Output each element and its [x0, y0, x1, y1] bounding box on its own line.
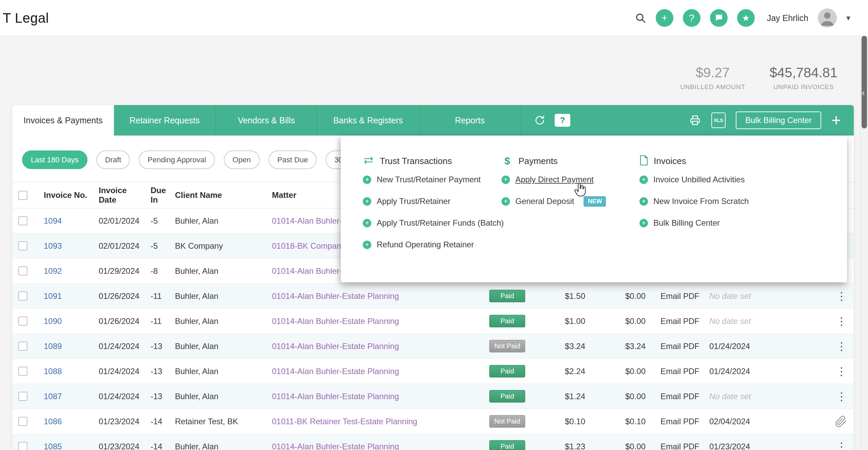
vertical-scrollbar-track[interactable]: ‹ — [860, 36, 868, 450]
invoice-number-link[interactable]: 1086 — [44, 417, 62, 426]
matter-link[interactable]: 01014-Alan Buhler-Estate Planning — [272, 342, 399, 351]
invoice-date-cell: 01/29/2024 — [99, 266, 151, 276]
row-checkbox[interactable] — [18, 216, 27, 225]
row-menu-kebab-icon[interactable]: ⋮ — [836, 316, 847, 327]
balance-due-cell: $0.10 — [585, 417, 646, 426]
user-avatar[interactable] — [818, 8, 837, 27]
row-checkbox[interactable] — [18, 316, 27, 326]
matter-link[interactable]: 01014-Alan Buhler-Estate Planning — [272, 367, 399, 376]
invoice-date-cell: 01/24/2024 — [99, 367, 151, 376]
matter-link[interactable]: 01014-Alan Buhler-Estate Planning — [272, 392, 399, 401]
due-in-cell: -14 — [151, 417, 175, 426]
row-checkbox[interactable] — [18, 266, 27, 275]
row-checkbox[interactable] — [18, 241, 27, 250]
tab-bar-tools-left: ? — [534, 105, 570, 136]
invoice-number-link[interactable]: 1087 — [44, 392, 62, 401]
menu-item-apply-trust-retainer-funds-batch[interactable]: + Apply Trust/Retainer Funds (Batch) — [363, 212, 504, 234]
top-actions: + ? ★ Jay Ehrlich ▾ — [635, 0, 850, 36]
matter-link[interactable]: 01014-Alan Buhler-Estate Planning — [272, 291, 399, 301]
filter-chip-past-due[interactable]: Past Due — [269, 150, 317, 169]
tab-invoices-payments[interactable]: Invoices & Payments — [12, 105, 114, 136]
bulk-billing-center-button[interactable]: Bulk Billing Center — [736, 111, 821, 129]
invoice-number-link[interactable]: 1089 — [44, 342, 62, 351]
row-checkbox[interactable] — [18, 367, 27, 376]
help-icon[interactable]: ? — [683, 9, 701, 27]
row-checkbox[interactable] — [18, 417, 27, 426]
filter-chip-last-180-days[interactable]: Last 180 Days — [22, 150, 87, 169]
client-name-cell: Retainer Test, BK — [175, 417, 272, 426]
print-icon[interactable] — [689, 115, 701, 126]
attachment-paperclip-icon[interactable] — [835, 415, 847, 428]
row-menu-kebab-icon[interactable]: ⋮ — [836, 366, 847, 377]
invoice-number-link[interactable]: 1092 — [44, 266, 62, 275]
chat-icon[interactable] — [710, 9, 728, 27]
invoice-number-link[interactable]: 1085 — [44, 442, 62, 450]
header-due-in[interactable]: Due In — [151, 186, 175, 204]
row-menu-kebab-icon[interactable]: ⋮ — [836, 441, 847, 450]
header-invoice-no[interactable]: Invoice No. — [44, 190, 99, 200]
invoice-number-link[interactable]: 1091 — [44, 291, 62, 301]
new-item-plus-icon[interactable]: + — [831, 112, 841, 128]
transfer-arrows-icon — [363, 156, 374, 166]
menu-item-apply-trust-retainer[interactable]: + Apply Trust/Retainer — [363, 190, 504, 212]
user-menu-caret-icon[interactable]: ▾ — [846, 13, 850, 23]
plus-circle-icon: + — [363, 197, 371, 206]
menu-item-new-trust-retainer-payment[interactable]: + New Trust/Retainer Payment — [363, 169, 504, 190]
invoice-number-link[interactable]: 1088 — [44, 367, 62, 376]
row-checkbox[interactable] — [18, 442, 27, 450]
header-client-name[interactable]: Client Name — [175, 190, 272, 200]
quick-add-menu-panel: Trust Transactions + New Trust/Retainer … — [341, 136, 847, 282]
matter-link[interactable]: 01014-Alan Buhler-Estate Planning — [272, 442, 399, 450]
tab-retainer-requests[interactable]: Retainer Requests — [114, 105, 216, 136]
balance-due-cell: $3.24 — [585, 342, 646, 351]
tab-reports[interactable]: Reports — [419, 105, 521, 136]
collapse-panel-chevron-icon[interactable]: ‹ — [862, 87, 865, 98]
row-menu-kebab-icon[interactable]: ⋮ — [836, 391, 847, 402]
plus-circle-icon: + — [363, 176, 371, 184]
invoice-amount-cell: $1.24 — [531, 392, 585, 401]
row-menu-kebab-icon[interactable]: ⋮ — [836, 341, 847, 352]
tab-vendors-bills[interactable]: Vendors & Bills — [216, 105, 317, 136]
row-checkbox[interactable] — [18, 342, 27, 351]
invoice-amount-cell: $3.24 — [531, 342, 585, 351]
invoice-number-link[interactable]: 1090 — [44, 316, 62, 326]
search-icon[interactable] — [635, 12, 646, 24]
matter-link[interactable]: 01011-BK Retainer Test-Estate Planning — [272, 417, 417, 426]
due-date-cell: No date set — [709, 392, 792, 401]
filter-chip-pending-approval[interactable]: Pending Approval — [139, 150, 215, 169]
unpaid-invoices-value: $45,784.81 — [770, 65, 837, 80]
filter-chip-open[interactable]: Open — [224, 150, 260, 169]
header-checkbox[interactable] — [18, 191, 27, 200]
header-invoice-date[interactable]: Invoice Date — [99, 186, 151, 204]
invoice-number-link[interactable]: 1094 — [44, 216, 62, 225]
menu-item-invoice-unbilled-activities[interactable]: + Invoice Unbilled Activities — [639, 169, 749, 190]
menu-item-bulk-billing-center[interactable]: + Bulk Billing Center — [639, 212, 749, 234]
keyboard-shortcuts-help-key[interactable]: ? — [555, 114, 570, 127]
matter-link[interactable]: 01014-Alan Buhler-Estate Planning — [272, 316, 399, 326]
menu-item-general-deposit[interactable]: + General Deposit NEW — [501, 190, 606, 212]
due-date-cell: No date set — [709, 316, 792, 326]
favorites-star-icon[interactable]: ★ — [737, 9, 755, 27]
invoice-number-link[interactable]: 1093 — [44, 241, 62, 250]
menu-item-apply-direct-payment[interactable]: + Apply Direct Payment — [501, 169, 606, 190]
menu-item-refund-operating-retainer[interactable]: + Refund Operating Retainer — [363, 234, 504, 255]
export-xls-icon[interactable]: XLS — [711, 112, 726, 128]
user-name[interactable]: Jay Ehrlich — [767, 13, 808, 23]
row-checkbox[interactable] — [18, 392, 27, 401]
vertical-scrollbar-thumb[interactable] — [862, 36, 867, 128]
due-in-cell: -11 — [151, 291, 175, 301]
filter-chip-draft[interactable]: Draft — [96, 150, 130, 169]
invoice-date-cell: 01/26/2024 — [99, 291, 151, 301]
tab-banks-registers[interactable]: Banks & Registers — [317, 105, 419, 136]
menu-item-new-invoice-from-scratch[interactable]: + New Invoice From Scratch — [639, 190, 749, 212]
refresh-icon[interactable] — [534, 115, 545, 126]
invoice-document-icon — [639, 155, 648, 167]
status-badge: Not Paid — [489, 415, 525, 428]
quick-add-plus-icon[interactable]: + — [656, 9, 673, 27]
status-badge: Paid — [489, 365, 525, 377]
unpaid-invoices-label: UNPAID INVOICES — [770, 83, 837, 91]
row-checkbox[interactable] — [18, 291, 27, 301]
client-name-cell: Buhler, Alan — [175, 316, 272, 326]
delivery-method-cell: Email PDF — [646, 316, 709, 326]
row-menu-kebab-icon[interactable]: ⋮ — [836, 291, 847, 302]
